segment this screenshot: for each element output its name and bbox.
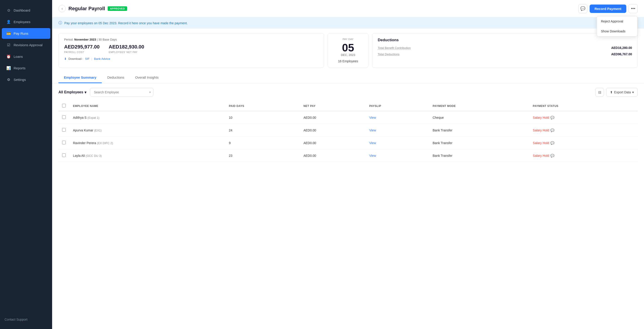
search-employee-input[interactable] — [90, 88, 154, 96]
col-employee-name: EMPLOYEE NAME — [69, 101, 225, 111]
payslip-cell-1: View — [366, 124, 429, 137]
employee-name-0: Adithya S — [73, 116, 86, 120]
view-payslip-1[interactable]: View — [369, 128, 376, 132]
row-checkbox-col-1 — [58, 124, 69, 137]
employee-id-1: (EX1) — [94, 129, 102, 132]
deduction-row-0: Total Benefit Contribution AED16,280.00 — [378, 46, 632, 50]
sidebar-item-dashboard[interactable]: ⊙ Dashboard — [2, 5, 50, 16]
bank-advice-link[interactable]: Bank Advice — [94, 57, 110, 60]
net-pay-1: AED0.00 — [304, 128, 316, 132]
payslip-cell-2: View — [366, 137, 429, 149]
row-checkbox-col-2 — [58, 137, 69, 149]
select-all-checkbox[interactable] — [62, 104, 66, 108]
payment-status-3: Salary Hold 💬 — [533, 154, 634, 158]
view-payslip-3[interactable]: View — [369, 154, 376, 158]
payment-mode-cell-2: Bank Transfer — [429, 137, 529, 149]
sidebar-item-reports[interactable]: 📊 Reports — [2, 63, 50, 74]
payment-mode-cell-1: Bank Transfer — [429, 124, 529, 137]
row-checkbox-0[interactable] — [62, 115, 66, 119]
paid-days-cell-2: 9 — [225, 137, 300, 149]
tab-employee-summary[interactable]: Employee Summary — [58, 72, 102, 83]
payday-label: PAY DAY — [342, 38, 354, 40]
select-all-col — [58, 101, 69, 111]
sidebar-item-label: Revisions Approval — [14, 43, 42, 47]
search-container: ▾ — [90, 88, 154, 96]
salary-hold-icon-3: 💬 — [550, 154, 554, 158]
contact-support[interactable]: Contact Support — [0, 314, 52, 324]
approved-badge: APPROVED — [108, 6, 127, 11]
summary-section: Period: November 2023 | 30 Base Days AED… — [52, 28, 644, 72]
payroll-card: Period: November 2023 | 30 Base Days AED… — [58, 33, 324, 68]
sidebar-item-employees[interactable]: 👤 Employees — [2, 16, 50, 27]
upload-icon: ⬆ — [610, 90, 613, 94]
payment-mode-1: Bank Transfer — [432, 128, 452, 132]
filter-button[interactable]: ⊟ — [595, 88, 604, 96]
dropdown-arrow-icon: ▾ — [84, 90, 86, 94]
payday-month-year: DEC, 2023 — [341, 53, 355, 57]
employee-name-cell-1: Apurva Kumar (EX1) — [69, 124, 225, 137]
chat-button[interactable]: 💬 — [578, 4, 587, 13]
row-checkbox-1[interactable] — [62, 128, 66, 132]
download-separator: | — [91, 57, 92, 60]
net-pay-item: AED182,930.00 EMPLOYEES' NET PAY — [109, 44, 144, 54]
employee-name-1: Apurva Kumar — [73, 128, 93, 132]
dropdown-item-show-downloads[interactable]: Show Downloads — [597, 26, 637, 36]
paid-days-0: 10 — [229, 116, 232, 120]
paid-days-cell-1: 24 — [225, 124, 300, 137]
net-pay-cell-3: AED0.00 — [300, 149, 366, 162]
row-checkbox-col-3 — [58, 149, 69, 162]
base-days: 30 Base Days — [98, 38, 117, 41]
paid-days-3: 23 — [229, 154, 232, 158]
header-left: ‹ Regular Payroll APPROVED — [58, 5, 127, 12]
sidebar-item-loans[interactable]: ⏰ Loans — [2, 51, 50, 62]
sidebar-item-settings[interactable]: ⚙ Settings — [2, 74, 50, 85]
sidebar-item-pay-runs[interactable]: 💳 Pay Runs — [2, 28, 50, 39]
net-pay-2: AED0.00 — [304, 141, 316, 145]
more-icon: ••• — [631, 6, 636, 11]
row-checkbox-2[interactable] — [62, 141, 66, 144]
view-payslip-2[interactable]: View — [369, 141, 376, 145]
download-icon: ⬇ — [64, 57, 66, 60]
export-label: Export Data — [614, 90, 631, 94]
col-payment-status: PAYMENT STATUS — [529, 101, 638, 111]
col-payslip: PAYSLIP — [366, 101, 429, 111]
tab-deductions[interactable]: Deductions — [102, 72, 130, 83]
dropdown-item-reject-approval[interactable]: Reject Approval — [597, 16, 637, 26]
sidebar-item-revisions-approval[interactable]: ☑ Revisions Approval — [2, 40, 50, 50]
deduction-name-1: Total Deductions — [378, 52, 400, 56]
more-options-button[interactable]: ••• Reject ApprovalShow Downloads — [628, 4, 638, 13]
page-title: Regular Payroll — [68, 6, 105, 12]
paid-days-2: 9 — [229, 141, 231, 145]
view-payslip-0[interactable]: View — [369, 116, 376, 120]
sidebar-item-label: Loans — [14, 54, 23, 58]
header-actions: 💬 Record Payment ••• Reject ApprovalShow… — [578, 4, 638, 13]
net-pay-cell-1: AED0.00 — [300, 124, 366, 137]
info-text: Pay your employees on 05 Dec 2023. Recor… — [64, 21, 188, 25]
payment-status-1: Salary Hold 💬 — [533, 128, 634, 132]
sidebar-item-label: Employees — [14, 20, 30, 24]
revisions-approval-icon: ☑ — [6, 43, 11, 47]
record-payment-button[interactable]: Record Payment — [590, 4, 626, 13]
tabs: Employee SummaryDeductionsOverall Insigh… — [58, 72, 638, 83]
export-data-button[interactable]: ⬆ Export Data ▾ — [606, 88, 638, 96]
salary-hold-icon-1: 💬 — [550, 128, 554, 132]
payment-status-cell-3: Salary Hold 💬 — [529, 149, 638, 162]
payment-mode-0: Cheque — [432, 116, 444, 120]
deductions-title: Deductions — [378, 38, 632, 42]
sidebar-item-label: Reports — [14, 66, 26, 70]
deduction-value-0: AED16,280.00 — [611, 46, 632, 50]
reports-icon: 📊 — [6, 66, 11, 70]
tab-overall-insights[interactable]: Overall Insights — [130, 72, 164, 83]
payroll-cost-value: AED295,977.00 — [64, 44, 100, 50]
table-header: EMPLOYEE NAMEPAID DAYSNET PAYPAYSLIPPAYM… — [58, 101, 638, 111]
table-row: Adithya S (Expat 1) 10 AED0.00 View Cheq… — [58, 111, 638, 124]
payment-status-cell-0: Salary Hold 💬 — [529, 111, 638, 124]
sidebar-item-label: Dashboard — [14, 8, 30, 12]
row-checkbox-3[interactable] — [62, 154, 66, 157]
employees-icon: 👤 — [6, 20, 11, 24]
back-button[interactable]: ‹ — [58, 5, 66, 12]
payment-status-2: Salary Hold 💬 — [533, 141, 634, 145]
sif-link[interactable]: SIF — [85, 57, 90, 60]
payment-mode-cell-0: Cheque — [429, 111, 529, 124]
all-employees-button[interactable]: All Employees ▾ — [58, 90, 86, 94]
